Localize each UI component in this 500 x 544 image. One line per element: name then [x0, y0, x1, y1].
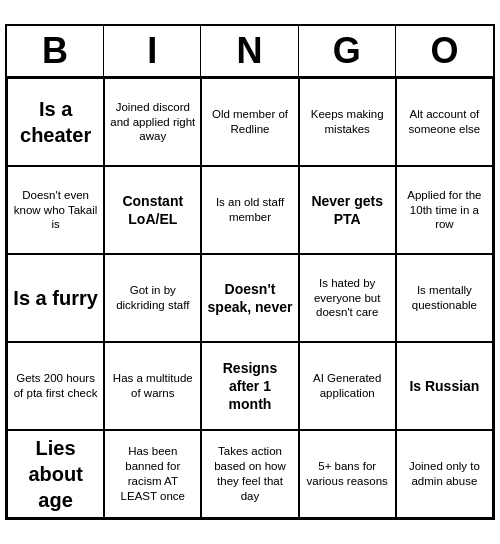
bingo-cell-3: Keeps making mistakes [299, 78, 396, 166]
bingo-cell-8: Never gets PTA [299, 166, 396, 254]
bingo-letter-g: G [299, 26, 396, 76]
bingo-cell-5: Doesn't even know who Takail is [7, 166, 104, 254]
bingo-cell-15: Gets 200 hours of pta first check [7, 342, 104, 430]
bingo-cell-10: Is a furry [7, 254, 104, 342]
bingo-cell-6: Constant LoA/EL [104, 166, 201, 254]
bingo-header: BINGO [7, 26, 493, 78]
bingo-cell-4: Alt account of someone else [396, 78, 493, 166]
bingo-cell-9: Applied for the 10th time in a row [396, 166, 493, 254]
bingo-cell-16: Has a multitude of warns [104, 342, 201, 430]
bingo-cell-21: Has been banned for racism AT LEAST once [104, 430, 201, 518]
bingo-cell-17: Resigns after 1 month [201, 342, 298, 430]
bingo-cell-14: Is mentally questionable [396, 254, 493, 342]
bingo-cell-7: Is an old staff member [201, 166, 298, 254]
bingo-grid: Is a cheaterJoined discord and applied r… [7, 78, 493, 518]
bingo-cell-18: AI Generated application [299, 342, 396, 430]
bingo-cell-1: Joined discord and applied right away [104, 78, 201, 166]
bingo-cell-19: Is Russian [396, 342, 493, 430]
bingo-letter-i: I [104, 26, 201, 76]
bingo-letter-o: O [396, 26, 493, 76]
bingo-card: BINGO Is a cheaterJoined discord and app… [5, 24, 495, 520]
bingo-cell-0: Is a cheater [7, 78, 104, 166]
bingo-cell-22: Takes action based on how they feel that… [201, 430, 298, 518]
bingo-cell-20: Lies about age [7, 430, 104, 518]
bingo-cell-12: Doesn't speak, never [201, 254, 298, 342]
bingo-letter-n: N [201, 26, 298, 76]
bingo-cell-13: Is hated by everyone but doesn't care [299, 254, 396, 342]
bingo-cell-24: Joined only to admin abuse [396, 430, 493, 518]
bingo-cell-23: 5+ bans for various reasons [299, 430, 396, 518]
bingo-letter-b: B [7, 26, 104, 76]
bingo-cell-2: Old member of Redline [201, 78, 298, 166]
bingo-cell-11: Got in by dickriding staff [104, 254, 201, 342]
